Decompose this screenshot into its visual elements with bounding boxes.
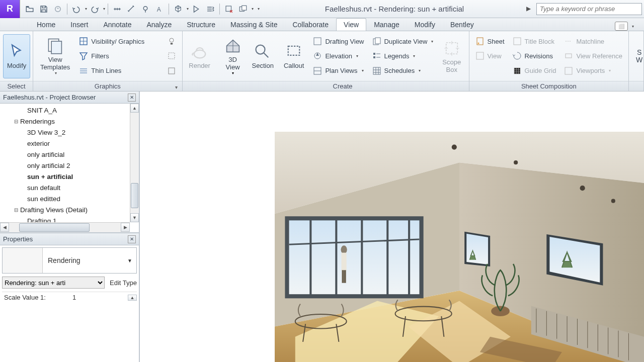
type-preview [3,248,43,273]
parameter-name: Scale Value 1: [2,294,72,301]
filters-button[interactable]: Filters [76,49,147,63]
undo-dropdown[interactable]: ▾ [85,7,87,11]
redo-dropdown[interactable]: ▾ [103,7,105,11]
tab-insert[interactable]: Insert [63,18,96,31]
drawing-area[interactable] [140,92,644,362]
scroll-right-button[interactable]: ▶ [121,223,130,232]
default-view-dropdown[interactable]: ▾ [187,7,189,11]
parameter-value[interactable]: 1 [72,294,128,301]
scroll-down-button[interactable]: ▼ [130,213,139,222]
project-browser-tree[interactable]: SNIT A_A ⊟Renderings 3D View 3_2 exterio… [0,104,139,232]
manage-links-button[interactable] [204,3,217,16]
align-dim-button[interactable] [125,3,138,16]
tab-structure[interactable]: Structure [179,18,223,31]
panel-launcher-icon[interactable]: ▾ [173,82,180,89]
tab-manage[interactable]: Manage [366,18,407,31]
properties-header[interactable]: Properties ✕ [0,233,139,245]
instance-filter-select[interactable]: Rendering: sun + arti [2,277,105,289]
tab-home[interactable]: Home [29,18,63,31]
tree-category-renderings[interactable]: ⊟Renderings [0,116,139,127]
visibility-graphics-button[interactable]: Visibility/ Graphics [76,34,147,48]
callout-button[interactable]: Callout [280,34,308,78]
app-menu-button[interactable]: R [0,0,20,18]
project-browser-header[interactable]: Faelleshus.rvt - Project Browser ✕ [0,92,139,104]
sheet-button[interactable]: Sheet [472,34,508,48]
default-view-button[interactable] [172,3,185,16]
svg-rect-22 [373,67,380,74]
save-button[interactable] [37,3,50,16]
scope-box-button: Scope Box [438,34,465,78]
qat-customize-dropdown[interactable]: ▾ [258,7,260,11]
parameter-row[interactable]: Scale Value 1: 1 ▲ [2,292,137,303]
close-inactive-button[interactable] [222,3,235,16]
scroll-thumb[interactable] [131,183,138,208]
tree-item[interactable]: exterior [0,138,139,149]
show-hidden-button[interactable] [164,34,179,48]
tab-collaborate[interactable]: Collaborate [285,18,336,31]
tab-analyze[interactable]: Analyze [139,18,179,31]
elevation-button[interactable]: Elevation▾ [310,49,367,63]
modify-button[interactable]: Modify [3,34,30,78]
open-button[interactable] [23,3,36,16]
tab-modify[interactable]: Modify [407,18,443,31]
scroll-track[interactable] [130,113,139,213]
type-selector[interactable]: Rendering ▼ [2,247,137,274]
undo-button[interactable] [70,3,83,16]
hidden-lines-icon [167,51,176,60]
tab-massing-site[interactable]: Massing & Site [223,18,285,31]
tag-button[interactable] [139,3,152,16]
tree-item[interactable]: sun default [0,182,139,193]
worksharing-display-button[interactable]: ⬜ [615,22,628,31]
tab-view[interactable]: View [336,18,366,31]
scroll-thumb[interactable] [19,223,90,232]
tree-item[interactable]: only artificial 2 [0,160,139,171]
svg-rect-21 [373,56,375,58]
horizontal-scrollbar[interactable]: ◀ ▶ [0,222,130,232]
tree-item[interactable]: SNIT A_A [0,105,139,116]
tree-item[interactable]: sun editted [0,193,139,204]
switch-windows-button[interactable] [236,3,250,16]
tab-annotate[interactable]: Annotate [96,18,139,31]
legends-button[interactable]: Legends▾ [369,49,437,63]
redo-button[interactable] [88,3,101,16]
chevron-down-icon: ▾ [232,71,234,75]
schedules-button[interactable]: Schedules▾ [369,64,437,78]
tree-item[interactable]: 3D View 3_2 [0,127,139,138]
tree-item[interactable]: only artificial [0,149,139,160]
edit-type-button[interactable]: Edit Type [108,279,137,287]
close-icon[interactable]: ✕ [128,94,136,102]
sync-button[interactable] [51,3,64,16]
sync-review-button[interactable] [190,3,203,16]
chevron-down-icon[interactable]: ▼ [127,258,136,263]
view-templates-button[interactable]: View Templates ▾ [36,34,74,78]
tree-category-drafting[interactable]: ⊟Drafting Views (Detail) [0,204,139,215]
thin-lines-button[interactable]: Thin Lines [76,64,147,78]
scroll-left-button[interactable]: ◀ [0,223,9,232]
collapse-icon[interactable]: ⊟ [14,119,20,124]
tree-item-active[interactable]: sun + artificial [0,171,139,182]
text-button[interactable]: A [153,3,166,16]
more-button[interactable]: SW [632,34,644,78]
ribbon-tabs: Home Insert Annotate Analyze Structure M… [0,18,644,31]
close-icon[interactable]: ✕ [128,235,136,243]
measure-button[interactable] [111,3,124,16]
drafting-view-button[interactable]: Drafting View [310,34,367,48]
collapse-icon[interactable]: ⊟ [14,207,20,213]
cut-profile-button[interactable] [164,64,179,78]
switch-windows-dropdown[interactable]: ▾ [252,7,254,11]
tab-bentley[interactable]: Bentley [443,18,481,31]
duplicate-view-button[interactable]: Duplicate View▾ [369,34,437,48]
svg-point-25 [477,43,479,44]
svg-rect-29 [565,67,572,74]
revisions-button[interactable]: Revisions [510,49,559,63]
infocenter-expand-icon[interactable]: ▶ [526,5,534,13]
vertical-scrollbar[interactable]: ▲ ▼ [130,104,139,222]
3d-view-button[interactable]: 3D View ▾ [220,34,246,78]
plan-views-button[interactable]: Plan Views▾ [310,64,367,78]
scroll-up-button[interactable]: ▲ [130,104,139,113]
scroll-up-button[interactable]: ▲ [128,295,137,301]
help-search-input[interactable] [536,3,642,15]
worksharing-display-dropdown[interactable]: ▾ [632,24,634,29]
section-button[interactable]: Section [248,34,278,78]
remove-hidden-button[interactable] [164,49,179,63]
